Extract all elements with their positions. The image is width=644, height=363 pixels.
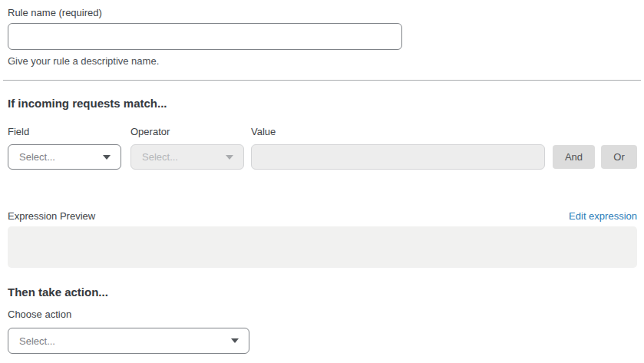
- operator-label: Operator: [130, 126, 244, 138]
- edit-expression-link[interactable]: Edit expression: [569, 210, 637, 222]
- rule-form: Rule name (required) Give your rule a de…: [0, 0, 644, 363]
- and-button[interactable]: And: [553, 145, 595, 169]
- value-input: [251, 144, 545, 170]
- field-select-value: Select...: [19, 151, 55, 163]
- expression-preview-box: [8, 226, 637, 268]
- rule-name-input[interactable]: [8, 23, 402, 50]
- condition-controls-row: Select... Select... And Or: [8, 144, 637, 170]
- choose-action-label: Choose action: [8, 309, 637, 321]
- or-button[interactable]: Or: [601, 145, 637, 169]
- expression-preview-header: Expression Preview Edit expression: [8, 210, 637, 223]
- operator-select-value: Select...: [142, 151, 178, 163]
- rule-name-helper: Give your rule a descriptive name.: [8, 55, 637, 68]
- condition-labels-row: Field Operator Value: [8, 126, 637, 138]
- chevron-down-icon: [226, 155, 233, 160]
- value-label: Value: [251, 126, 637, 138]
- field-select[interactable]: Select...: [8, 144, 121, 170]
- rule-name-label: Rule name (required): [8, 7, 637, 19]
- action-section-heading: Then take action...: [8, 285, 637, 300]
- action-select[interactable]: Select...: [8, 328, 249, 354]
- action-select-value: Select...: [19, 335, 55, 347]
- chevron-down-icon: [231, 338, 239, 343]
- expression-preview-label: Expression Preview: [8, 210, 95, 223]
- chevron-down-icon: [103, 155, 111, 160]
- operator-select: Select...: [130, 144, 244, 170]
- match-section-heading: If incoming requests match...: [8, 96, 637, 111]
- field-label: Field: [8, 126, 121, 138]
- section-divider: [3, 80, 641, 81]
